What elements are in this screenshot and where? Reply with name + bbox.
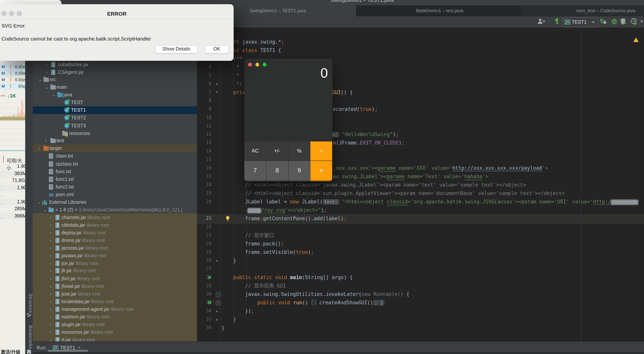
calc-key-[interactable]: ÷ — [310, 141, 332, 160]
chevron-collapsed-icon[interactable]: › — [50, 230, 52, 236]
calc-key-6[interactable]: 6 — [288, 181, 310, 181]
chevron-collapsed-icon[interactable]: › — [50, 329, 52, 335]
tree-item-cpclass-txt[interactable]: cpclass.txt — [33, 160, 197, 168]
window-tab[interactable]: SwingDemo1 – TEST1.java — [234, 5, 356, 17]
tree-item-charsets-jar[interactable]: ›charsets.jar library root — [33, 214, 197, 221]
implements-icon[interactable]: I — [208, 300, 212, 304]
tree-item-jfr-jar[interactable]: ›jfr.jar library root — [33, 267, 197, 274]
chevron-collapsed-icon[interactable]: › — [46, 70, 47, 75]
calc-key-[interactable]: % — [288, 141, 310, 160]
fold-end-icon[interactable]: ▴ — [216, 82, 218, 86]
project-tree[interactable]: ›cobaltstrike.jar›CSAgent.jar⌄src⌄main⌄j… — [33, 28, 197, 341]
tool-stripe-structure[interactable]: Structure — [25, 294, 33, 313]
tree-item-class-txt[interactable]: class.txt — [33, 152, 197, 160]
tree-item-cldrdata-jar[interactable]: ›cldrdata.jar library root — [33, 221, 197, 229]
chevron-expanded-icon[interactable]: ⌄ — [38, 77, 42, 82]
tree-item-management-agent-jar[interactable]: ›management-agent.jar library root — [33, 305, 197, 313]
coverage-shield-icon[interactable] — [620, 18, 628, 26]
tree-item-src[interactable]: ⌄src — [33, 76, 197, 83]
tree-item-jfxswt-jar[interactable]: ›jfxswt.jar library root — [33, 282, 197, 290]
tree-item-jsse-jar[interactable]: ›jsse.jar library root — [33, 290, 197, 298]
calc-key-[interactable]: +/- — [266, 141, 288, 160]
chevron-collapsed-icon[interactable]: › — [38, 146, 40, 151]
chevron-collapsed-icon[interactable]: › — [50, 261, 52, 266]
tree-item-test3[interactable]: CTEST3 — [33, 122, 197, 130]
tree-item-dnsns-jar[interactable]: ›dnsns.jar library root — [33, 237, 197, 244]
intention-bulb-icon[interactable] — [226, 216, 230, 219]
ok-button[interactable]: OK — [204, 45, 229, 54]
calc-key-AC[interactable]: AC — [244, 141, 266, 160]
tree-item-func2-txt[interactable]: func2.txt — [33, 183, 197, 191]
tree-item-deploy-jar[interactable]: ›deploy.jar library root — [33, 229, 197, 237]
fold-end-icon[interactable]: ▴ — [216, 317, 218, 321]
zoom-traffic-light[interactable] — [263, 63, 266, 67]
chevron-expanded-icon[interactable]: ⌄ — [43, 207, 47, 213]
minimize-traffic-light[interactable] — [256, 63, 259, 67]
chevron-collapsed-icon[interactable]: › — [50, 276, 52, 281]
chevron-collapsed-icon[interactable]: › — [45, 138, 46, 143]
chevron-collapsed-icon[interactable]: › — [50, 284, 52, 289]
chevron-collapsed-icon[interactable]: › — [46, 62, 47, 67]
tree-item-csagent-jar[interactable]: ›CSAgent.jar — [33, 68, 197, 76]
calc-key-5[interactable]: 5 — [266, 181, 288, 181]
chevron-collapsed-icon[interactable]: › — [50, 337, 52, 341]
tree-item-jce-jar[interactable]: ›jce.jar library root — [33, 260, 197, 267]
tree-item-external-libraries[interactable]: ⌄External Libraries — [33, 199, 197, 206]
chevron-collapsed-icon[interactable]: › — [50, 215, 52, 220]
tree-item-java[interactable]: ⌄java — [33, 91, 197, 99]
calculator-window[interactable]: 0 AC+/-%÷789×456−123+0.= — [244, 59, 332, 181]
tree-item-func1-txt[interactable]: func1.txt — [33, 175, 197, 183]
tree-item-jaccess-jar[interactable]: ›jaccess.jar library root — [33, 244, 197, 252]
profiler-clock-icon[interactable] — [630, 18, 639, 26]
chevron-collapsed-icon[interactable]: › — [50, 314, 52, 320]
tree-item-target[interactable]: ›target — [33, 144, 197, 152]
calc-key-7[interactable]: 7 — [244, 161, 266, 180]
tree-item-main[interactable]: ⌄main — [33, 83, 197, 91]
chevron-collapsed-icon[interactable]: › — [50, 253, 52, 258]
tree-item-test1[interactable]: CTEST1 — [33, 106, 197, 114]
tree-item-resources[interactable]: resources — [33, 130, 197, 137]
tree-item-test[interactable]: ›test — [33, 137, 197, 144]
build-hammer-icon[interactable] — [554, 18, 562, 26]
tree-item--1-8-2-[interactable]: ⌄< 1.8 (2) > /Library/Java/JavaVirtualMa… — [33, 206, 197, 214]
calc-key-[interactable]: × — [310, 161, 332, 180]
calc-key-9[interactable]: 9 — [288, 161, 310, 180]
activate-upgrade-label[interactable]: 激活/升级 — [1, 348, 20, 354]
fold-end-icon[interactable]: ▴ — [216, 258, 218, 262]
chevron-collapsed-icon[interactable]: › — [50, 223, 52, 228]
debug-bug-icon[interactable] — [610, 18, 619, 26]
user-icon[interactable] — [537, 18, 545, 26]
tree-item-javaws-jar[interactable]: ›javaws.jar library root — [33, 252, 197, 260]
calc-key-4[interactable]: 4 — [244, 181, 266, 181]
calc-key-[interactable]: − — [310, 181, 332, 181]
chevron-expanded-icon[interactable]: ⌄ — [52, 92, 56, 97]
close-traffic-light[interactable] — [248, 63, 252, 67]
chevron-collapsed-icon[interactable]: › — [50, 291, 52, 297]
run-configuration-select[interactable]: TEST1 — [562, 17, 598, 27]
fold-start-icon[interactable]: ▾ — [216, 90, 218, 94]
tree-item-resources-jar[interactable]: ›resources.jar library root — [33, 328, 197, 336]
tool-stripe-bookmarks[interactable]: Bookmarks — [25, 325, 33, 349]
chevron-collapsed-icon[interactable]: › — [50, 322, 52, 327]
chevron-collapsed-icon[interactable]: › — [50, 307, 52, 312]
tree-item-pom-xml[interactable]: mpom.xml — [33, 191, 197, 199]
run-main-icon[interactable] — [208, 276, 212, 279]
rerun-icon[interactable]: ↻ — [600, 17, 608, 26]
tree-item-jfxrt-jar[interactable]: ›jfxrt.jar library root — [33, 275, 197, 282]
chevron-collapsed-icon[interactable]: › — [50, 268, 52, 273]
tree-item-func-txt[interactable]: func.txt — [33, 168, 197, 175]
tree-item-rt-jar[interactable]: ›rt.jar library root — [33, 336, 197, 341]
tree-item-localedata-jar[interactable]: ›localedata.jar library root — [33, 298, 197, 305]
chevron-collapsed-icon[interactable]: › — [50, 299, 52, 304]
tree-item-nashorn-jar[interactable]: ›nashorn.jar library root — [33, 313, 197, 321]
chevron-expanded-icon[interactable]: ⌄ — [37, 200, 41, 205]
window-tab[interactable]: mvn_test – CodeSource.java — [521, 5, 644, 17]
tree-item-cobaltstrike-jar[interactable]: ›cobaltstrike.jar — [33, 61, 197, 68]
chevron-collapsed-icon[interactable]: › — [50, 238, 52, 243]
calc-key-8[interactable]: 8 — [266, 161, 288, 180]
inspection-warning-icon[interactable] — [633, 38, 639, 42]
chevron-expanded-icon[interactable]: ⌄ — [45, 84, 49, 90]
tree-item-plugin-jar[interactable]: ›plugin.jar library root — [33, 321, 197, 328]
tree-item-test[interactable]: CTEST — [33, 99, 197, 106]
chevron-collapsed-icon[interactable]: › — [50, 245, 52, 251]
